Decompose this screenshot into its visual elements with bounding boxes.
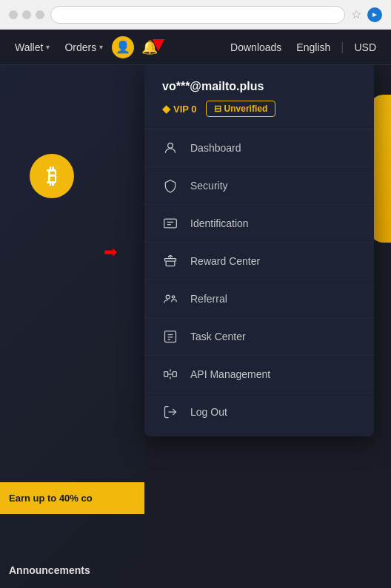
security-label: Security bbox=[190, 180, 228, 192]
svg-rect-8 bbox=[165, 331, 176, 342]
orders-label: Orders bbox=[64, 41, 96, 53]
dashboard-icon bbox=[162, 140, 178, 156]
svg-point-5 bbox=[166, 295, 170, 299]
menu-item-referral[interactable]: Referral bbox=[144, 280, 374, 318]
diamond-icon: ◆ bbox=[162, 103, 170, 115]
url-bar[interactable] bbox=[50, 6, 345, 24]
nav-usd[interactable]: USD bbox=[348, 37, 382, 58]
vip-badge: ◆ VIP 0 bbox=[162, 103, 197, 115]
menu-item-api-management[interactable]: API Management bbox=[144, 356, 374, 393]
announcements-label: Announcements bbox=[9, 564, 90, 576]
unverified-badge[interactable]: ⊟ Unverified bbox=[206, 101, 276, 117]
identification-icon bbox=[162, 215, 178, 232]
log-out-label: Log Out bbox=[190, 406, 227, 418]
top-navigation: Wallet ▾ Orders ▾ 👤 🔔 Downloads English … bbox=[0, 30, 391, 65]
nav-english[interactable]: English bbox=[290, 37, 336, 58]
svg-rect-4 bbox=[165, 259, 176, 261]
earn-text: Earn up to 40% co bbox=[9, 493, 93, 504]
unverified-label: Unverified bbox=[224, 104, 268, 114]
svg-rect-12 bbox=[164, 372, 168, 377]
nav-downloads[interactable]: Downloads bbox=[224, 37, 287, 58]
bitcoin-icon: ₿ bbox=[30, 154, 74, 198]
menu-item-dashboard[interactable]: Dashboard bbox=[144, 129, 374, 167]
announcements-section: Announcements bbox=[0, 552, 144, 588]
svg-rect-1 bbox=[164, 219, 177, 228]
nav-orders[interactable]: Orders ▾ bbox=[59, 37, 109, 58]
api-management-label: API Management bbox=[190, 368, 270, 380]
identification-label: Identification bbox=[190, 217, 249, 229]
api-management-icon bbox=[162, 366, 178, 382]
right-arrow-indicator: ➡ bbox=[104, 243, 117, 262]
browser-max-btn[interactable] bbox=[36, 10, 44, 19]
nav-wallet[interactable]: Wallet ▾ bbox=[9, 37, 56, 58]
browser-window-controls bbox=[9, 10, 44, 19]
vip-label: VIP 0 bbox=[173, 104, 197, 115]
wallet-label: Wallet bbox=[15, 41, 43, 53]
reward-center-icon bbox=[162, 253, 178, 269]
menu-item-task-center[interactable]: Task Center bbox=[144, 318, 374, 356]
security-icon bbox=[162, 178, 178, 194]
profile-avatar-button[interactable]: 👤 bbox=[112, 36, 134, 58]
nav-divider: | bbox=[341, 41, 344, 54]
user-email: vo***@mailto.plus bbox=[162, 80, 356, 93]
wallet-chevron-icon: ▾ bbox=[46, 43, 50, 51]
referral-icon bbox=[162, 291, 178, 307]
earn-banner[interactable]: Earn up to 40% co bbox=[0, 482, 144, 514]
browser-min-btn[interactable] bbox=[22, 10, 31, 19]
referral-label: Referral bbox=[190, 293, 227, 305]
task-center-label: Task Center bbox=[190, 331, 246, 342]
bookmark-icon[interactable]: ☆ bbox=[351, 7, 361, 21]
browser-logo-icon: ► bbox=[367, 7, 382, 22]
vip-row: ◆ VIP 0 ⊟ Unverified bbox=[162, 101, 356, 117]
orders-chevron-icon: ▾ bbox=[99, 43, 103, 51]
dashboard-label: Dashboard bbox=[190, 142, 241, 154]
page-content: ₿ Earn up to 40% co Announcements ➡ vo**… bbox=[0, 65, 391, 588]
menu-item-reward-center[interactable]: Reward Center bbox=[144, 243, 374, 280]
dropdown-header: vo***@mailto.plus ◆ VIP 0 ⊟ Unverified bbox=[144, 65, 374, 129]
browser-chrome: ☆ ► bbox=[0, 0, 391, 30]
english-label: English bbox=[296, 41, 330, 53]
browser-close-btn[interactable] bbox=[9, 10, 18, 19]
id-card-icon: ⊟ bbox=[214, 104, 221, 114]
menu-item-security[interactable]: Security bbox=[144, 167, 374, 205]
profile-dropdown-panel: vo***@mailto.plus ◆ VIP 0 ⊟ Unverified D… bbox=[144, 65, 374, 436]
reward-center-label: Reward Center bbox=[190, 255, 260, 267]
task-center-icon bbox=[162, 328, 178, 345]
usd-label: USD bbox=[354, 41, 376, 53]
down-arrow-indicator: ▼ bbox=[148, 33, 169, 56]
downloads-label: Downloads bbox=[230, 41, 281, 53]
log-out-icon bbox=[162, 404, 178, 420]
menu-item-log-out[interactable]: Log Out bbox=[144, 393, 374, 430]
menu-item-identification[interactable]: Identification bbox=[144, 205, 374, 243]
svg-point-0 bbox=[168, 143, 173, 148]
svg-rect-13 bbox=[173, 372, 176, 377]
